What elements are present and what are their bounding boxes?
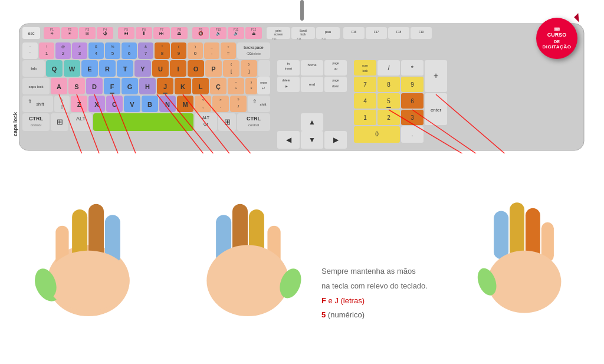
svg-text:⏭: ⏭ [159, 31, 164, 36]
svg-text:@: @ [61, 45, 65, 48]
svg-text:Q: Q [52, 65, 57, 73]
svg-text:home: home [307, 63, 317, 67]
svg-text:D: D [92, 83, 97, 90]
svg-text:delete: delete [282, 78, 290, 82]
svg-text:enter: enter [260, 81, 267, 84]
svg-text:F: F [110, 83, 114, 90]
svg-text:CTRL: CTRL [29, 116, 43, 122]
svg-text:screen: screen [274, 32, 283, 36]
svg-text:}: } [248, 63, 250, 66]
caps-lock-label: caps lock [12, 112, 18, 136]
svg-text:A: A [57, 83, 61, 90]
svg-text:page: page [332, 78, 339, 82]
svg-text:F19: F19 [419, 30, 424, 34]
svg-text:|: | [61, 104, 63, 109]
instruction-block: Sempre mantenha as mãos na tecla com rel… [321, 264, 428, 323]
svg-text:F13: F13 [273, 37, 277, 40]
svg-text:F8: F8 [178, 28, 181, 31]
svg-text:fn: fn [287, 62, 290, 65]
svg-text:▲: ▲ [308, 118, 316, 126]
svg-text:🔊: 🔊 [234, 31, 239, 36]
svg-text:,: , [202, 104, 203, 109]
svg-text:2: 2 [62, 51, 65, 56]
svg-text:T: T [123, 65, 127, 73]
svg-text:num: num [362, 64, 368, 67]
svg-text:lock: lock [363, 69, 368, 73]
svg-text:🔇: 🔇 [198, 31, 203, 36]
svg-text:F14: F14 [297, 37, 302, 40]
svg-text:F4: F4 [103, 28, 107, 31]
svg-text:W: W [69, 65, 76, 73]
svg-text:F5: F5 [124, 28, 128, 31]
svg-text:): ) [195, 45, 196, 48]
svg-text:5: 5 [387, 98, 390, 104]
svg-text:%: % [111, 45, 114, 48]
svg-text:9: 9 [178, 51, 180, 56]
svg-text:caps lock: caps lock [28, 85, 44, 88]
svg-text:⊞: ⊞ [57, 117, 63, 126]
svg-text:B: B [147, 101, 152, 108]
svg-text:R: R [105, 65, 110, 73]
svg-text:}: } [251, 80, 252, 84]
svg-text:⊞: ⊞ [86, 31, 89, 35]
svg-text:F17: F17 [374, 30, 379, 34]
svg-text:L: L [199, 83, 203, 90]
svg-text:=: = [227, 51, 230, 56]
svg-text:▶: ▶ [333, 136, 339, 144]
svg-text:0: 0 [375, 131, 379, 137]
svg-text:Ç: Ç [216, 83, 221, 90]
svg-text:CTRL: CTRL [247, 116, 261, 122]
svg-text:enter: enter [431, 107, 442, 113]
instruction-line4: 5 (numérico) [321, 308, 428, 323]
svg-point-288 [47, 251, 129, 311]
svg-text:N: N [165, 101, 170, 108]
svg-text:H: H [145, 83, 150, 90]
highlight-f: F [321, 296, 326, 305]
svg-rect-216 [301, 60, 323, 76]
svg-text:☀: ☀ [68, 31, 71, 35]
svg-text:⏏: ⏏ [177, 31, 182, 36]
svg-text:P: P [211, 65, 215, 73]
svg-text:1: 1 [45, 51, 48, 56]
svg-text:⏸: ⏸ [142, 31, 146, 36]
svg-text:esc: esc [28, 31, 35, 35]
keyboard-svg: esc ☀F1 ☀F2 ⊞F3 ⏻F4 ⏮F5 ⏸F6 ⏭F7 ⏏F8 🔇F9 … [19, 18, 585, 153]
svg-text:F16: F16 [352, 30, 357, 34]
svg-text:3: 3 [411, 114, 414, 121]
svg-text:tab: tab [31, 67, 37, 71]
svg-text:8: 8 [387, 81, 390, 88]
svg-text:lock: lock [301, 32, 306, 36]
svg-text:J: J [163, 83, 167, 90]
instruction-line3: F e J (letras) [321, 294, 428, 309]
svg-text:{: { [231, 63, 232, 66]
badge-text-curso: CURSO [547, 32, 567, 39]
right-hand-svg [189, 171, 307, 324]
svg-text:0: 0 [194, 51, 197, 56]
svg-text:*: * [250, 86, 252, 91]
svg-text:⇧: ⇧ [252, 99, 257, 104]
svg-text:^: ^ [129, 45, 130, 48]
svg-text:U: U [158, 65, 163, 73]
svg-text:down: down [332, 84, 339, 88]
numpad-hand-svg [477, 177, 572, 319]
svg-text:F6: F6 [142, 28, 146, 31]
keyboard-cable [300, 0, 304, 21]
svg-text:end: end [309, 83, 315, 86]
svg-text:G: G [127, 83, 133, 90]
svg-text:]: ] [248, 68, 250, 74]
instruction-numerico: (numérico) [328, 310, 365, 319]
svg-text:>: > [219, 98, 222, 101]
svg-text:V: V [130, 101, 134, 108]
svg-text:+: + [434, 71, 438, 80]
svg-text:F18: F18 [396, 30, 402, 34]
svg-text:▶: ▶ [285, 84, 288, 88]
svg-rect-141 [110, 93, 114, 94]
svg-text:.: . [412, 131, 413, 137]
svg-text:control: control [248, 123, 259, 127]
svg-text:^: ^ [235, 86, 237, 91]
svg-text:ALT: ALT [76, 116, 86, 122]
svg-text:insert: insert [285, 67, 293, 70]
svg-text:6: 6 [128, 51, 131, 56]
svg-text:⇧: ⇧ [28, 99, 32, 104]
svg-text:7: 7 [363, 81, 367, 88]
